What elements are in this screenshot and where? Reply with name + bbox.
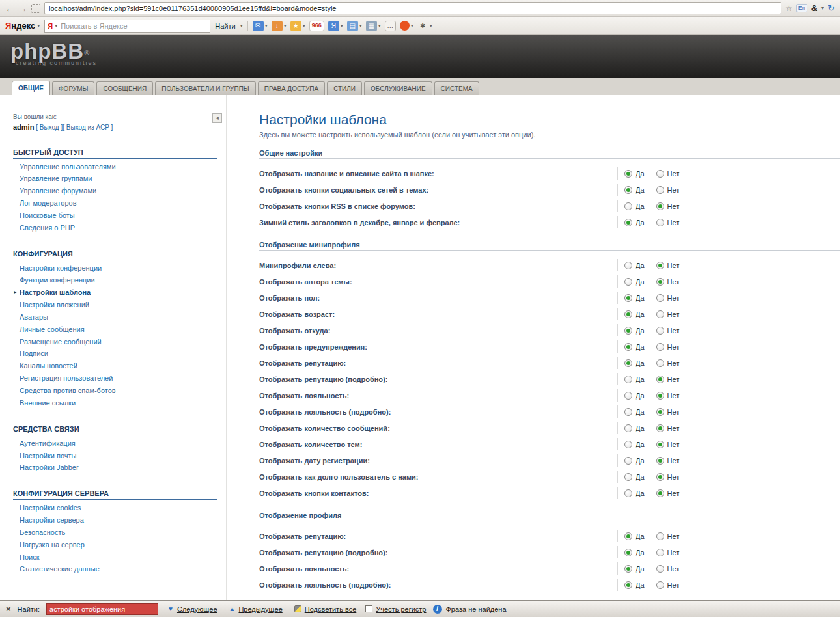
sidebar-link[interactable]: Аутентификация [20, 439, 76, 447]
mail-icon[interactable]: ✉▾ [253, 21, 268, 31]
chevron-down-icon[interactable]: ▾ [55, 23, 57, 29]
radio-label-no[interactable]: Нет [667, 441, 680, 448]
radio-label-no[interactable]: Нет [667, 549, 680, 556]
sidebar-link[interactable]: Поисковые боты [20, 212, 75, 219]
comments-icon[interactable]: … [385, 21, 396, 31]
ampersand-icon[interactable]: & [811, 4, 817, 12]
sidebar-link[interactable]: Подписи [20, 350, 48, 357]
sidebar-link[interactable]: Поиск [20, 553, 39, 561]
radio-yes[interactable] [624, 202, 632, 210]
radio-yes[interactable] [624, 424, 632, 432]
radio-no[interactable] [656, 473, 664, 481]
radio-label-no[interactable]: Нет [667, 170, 680, 178]
radio-label-yes[interactable]: Да [636, 343, 645, 351]
radio-yes[interactable] [624, 343, 632, 351]
radio-yes[interactable] [624, 376, 632, 383]
tab-styles[interactable]: СТИЛИ [327, 81, 362, 95]
radio-label-no[interactable]: Нет [667, 294, 680, 302]
radio-label-no[interactable]: Нет [667, 327, 680, 335]
checkbox-icon[interactable] [365, 605, 372, 612]
radio-label-no[interactable]: Нет [667, 359, 680, 367]
yandex-logo-button[interactable]: Яндекс ▾ [5, 21, 40, 31]
radio-no[interactable] [656, 186, 664, 194]
radio-no[interactable] [656, 581, 664, 589]
sidebar-link[interactable]: Внешние ссылки [20, 399, 76, 407]
sidebar-link[interactable]: Управление форумами [20, 187, 96, 195]
radio-no[interactable] [656, 278, 664, 286]
radio-label-no[interactable]: Нет [667, 278, 680, 286]
radio-label-yes[interactable]: Да [636, 376, 645, 383]
radio-label-yes[interactable]: Да [636, 489, 645, 497]
radio-yes[interactable] [624, 565, 632, 573]
sidebar-link[interactable]: Аватары [20, 313, 48, 321]
radio-no[interactable] [656, 424, 664, 432]
radio-yes[interactable] [624, 186, 632, 194]
radio-label-yes[interactable]: Да [636, 581, 645, 589]
browser-ball-icon[interactable]: ▾ [400, 21, 413, 31]
radio-yes[interactable] [624, 549, 632, 556]
sidebar-link[interactable]: Настройки конференции [20, 264, 102, 272]
yandex-search-box[interactable]: Я ▾ [44, 20, 210, 33]
radio-label-no[interactable]: Нет [667, 408, 680, 416]
radio-label-yes[interactable]: Да [636, 532, 645, 540]
radio-label-yes[interactable]: Да [636, 408, 645, 416]
url-text[interactable]: localhost/adm/index.php?sid=591c0e011763… [49, 5, 336, 12]
tab-system[interactable]: СИСТЕМА [434, 81, 479, 95]
radio-label-no[interactable]: Нет [667, 581, 680, 589]
keyboard-layout-indicator[interactable]: En [796, 4, 807, 12]
radio-label-no[interactable]: Нет [667, 262, 680, 269]
radio-no[interactable] [656, 170, 664, 178]
radio-label-yes[interactable]: Да [636, 392, 645, 400]
radio-no[interactable] [656, 549, 664, 556]
pages-icon[interactable]: ▤▾ [347, 21, 362, 31]
sidebar-link[interactable]: Лог модераторов [20, 199, 76, 207]
radio-no[interactable] [656, 262, 664, 269]
translate-icon[interactable]: Я▾ [328, 21, 343, 31]
radio-no[interactable] [656, 219, 664, 226]
radio-label-no[interactable]: Нет [667, 219, 680, 226]
radio-label-yes[interactable]: Да [636, 565, 645, 573]
radio-label-yes[interactable]: Да [636, 359, 645, 367]
radio-label-yes[interactable]: Да [636, 294, 645, 302]
radio-yes[interactable] [624, 473, 632, 481]
radio-label-no[interactable]: Нет [667, 489, 680, 497]
highlight-all-button[interactable]: Подсветить все [292, 604, 359, 614]
radio-yes[interactable] [624, 219, 632, 226]
logout-link[interactable]: [ Выход ] [36, 124, 63, 131]
radio-label-yes[interactable]: Да [636, 310, 645, 318]
tab-permissions[interactable]: ПРАВА ДОСТУПА [258, 81, 325, 95]
sidebar-link[interactable]: Личные сообщения [20, 325, 85, 333]
radio-yes[interactable] [624, 294, 632, 302]
match-case-checkbox[interactable]: Учесть регистр [365, 605, 426, 613]
radio-yes[interactable] [624, 310, 632, 318]
radio-yes[interactable] [624, 532, 632, 540]
sidebar-link[interactable]: Настройки сервера [20, 516, 84, 524]
radio-label-no[interactable]: Нет [667, 186, 680, 194]
sidebar-link[interactable]: Нагрузка на сервер [20, 541, 85, 549]
radio-no[interactable] [656, 489, 664, 497]
sidebar-link[interactable]: Каналы новостей [20, 362, 77, 370]
radio-label-no[interactable]: Нет [667, 473, 680, 481]
downloads-icon[interactable]: ↓▾ [272, 21, 287, 31]
tab-posts[interactable]: СООБЩЕНИЯ [96, 81, 153, 95]
address-bar[interactable]: localhost/adm/index.php?sid=591c0e011763… [44, 2, 781, 14]
radio-label-no[interactable]: Нет [667, 565, 680, 573]
radio-no[interactable] [656, 310, 664, 318]
sidebar-link[interactable]: Настройки почты [20, 452, 77, 459]
radio-no[interactable] [656, 392, 664, 400]
radio-yes[interactable] [624, 408, 632, 416]
sidebar-link[interactable]: Настройки шаблона [20, 288, 91, 296]
sidebar-link[interactable]: Размещение сообщений [20, 338, 102, 346]
radio-label-yes[interactable]: Да [636, 262, 645, 269]
radio-no[interactable] [656, 408, 664, 416]
tab-users-groups[interactable]: ПОЛЬЗОВАТЕЛИ И ГРУППЫ [155, 81, 256, 95]
find-prev-button[interactable]: ▲ Предыдущее [227, 604, 285, 614]
radio-yes[interactable] [624, 359, 632, 367]
radio-label-no[interactable]: Нет [667, 532, 680, 540]
radio-no[interactable] [656, 457, 664, 465]
collapse-sidebar-button[interactable]: ◄ [212, 113, 222, 123]
tab-forums[interactable]: ФОРУМЫ [52, 81, 94, 95]
yandex-search-input[interactable] [59, 21, 207, 31]
radio-label-yes[interactable]: Да [636, 441, 645, 448]
tab-general[interactable]: ОБЩИЕ [12, 81, 50, 95]
